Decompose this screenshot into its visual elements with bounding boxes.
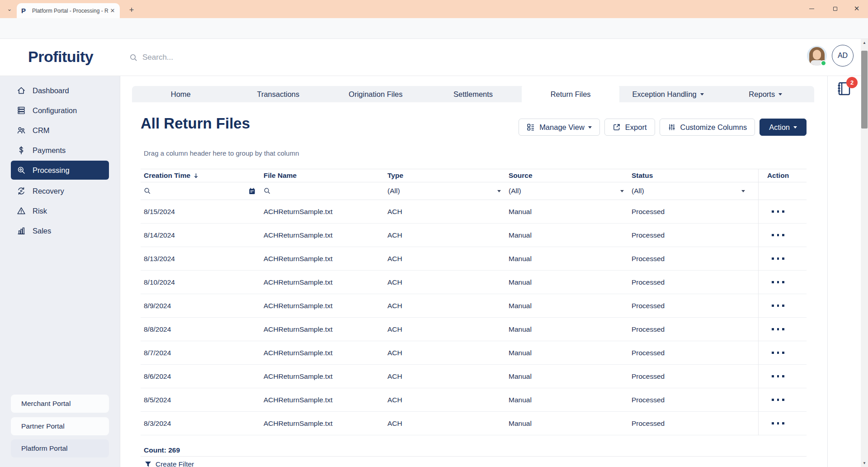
sidebar-item-crm[interactable]: CRM (0, 120, 120, 140)
column-header-file-name[interactable]: File Name (260, 172, 384, 180)
table-row[interactable]: 8/8/2024 ACHReturnSample.txt ACH Manual … (141, 318, 807, 341)
tab-search-chevron-icon[interactable]: ⌄ (4, 4, 15, 15)
filter-value: (All) (632, 187, 644, 195)
tab-label: Transactions (257, 90, 299, 99)
account-initials-badge[interactable]: AD (832, 45, 854, 67)
row-actions-more-button[interactable] (769, 419, 787, 427)
sidebar-item-dashboard[interactable]: Dashboard (0, 81, 120, 100)
table-row[interactable]: 8/10/2024 ACHReturnSample.txt ACH Manual… (141, 271, 807, 294)
row-actions-more-button[interactable] (769, 372, 787, 380)
row-actions-more-button[interactable] (769, 349, 787, 357)
tab-transactions[interactable]: Transactions (230, 86, 327, 102)
portal-label: Platform Portal (21, 444, 68, 453)
cell-status: Processed (628, 302, 750, 310)
link-label: Create Filter (156, 460, 194, 467)
home-icon (17, 86, 26, 95)
tab-home[interactable]: Home (132, 86, 230, 102)
sidebar-item-sales[interactable]: Sales (0, 221, 120, 241)
page-scrollbar[interactable]: ▲ ▼ (861, 39, 868, 467)
scroll-down-arrow[interactable]: ▼ (861, 459, 868, 467)
action-button[interactable]: Action (760, 119, 807, 136)
merchant-portal-button[interactable]: Merchant Portal (11, 395, 109, 413)
create-filter-link[interactable]: Create Filter (145, 460, 194, 467)
creation-time-filter[interactable] (141, 182, 260, 200)
browser-tab[interactable]: P Platform Portal - Processing - R ✕ (17, 3, 120, 18)
column-label: Type (387, 172, 403, 180)
row-actions-more-button[interactable] (769, 396, 787, 404)
tab-settlements[interactable]: Settlements (425, 86, 522, 102)
table-row[interactable]: 8/3/2024 ACHReturnSample.txt ACH Manual … (141, 412, 807, 435)
column-label: Action (767, 172, 789, 180)
column-header-type[interactable]: Type (384, 172, 505, 180)
sidebar-label: Payments (33, 146, 66, 155)
window-minimize-button[interactable] (801, 0, 822, 17)
table-row[interactable]: 8/13/2024 ACHReturnSample.txt ACH Manual… (141, 247, 807, 271)
app-header: Profituity Search... AD (0, 39, 861, 76)
table-row[interactable]: 8/5/2024 ACHReturnSample.txt ACH Manual … (141, 388, 807, 412)
cell-status: Processed (628, 278, 750, 286)
tab-close-icon[interactable]: ✕ (109, 7, 116, 14)
partner-portal-button[interactable]: Partner Portal (11, 417, 109, 435)
table-row[interactable]: 8/7/2024 ACHReturnSample.txt ACH Manual … (141, 341, 807, 365)
row-actions-more-button[interactable] (769, 231, 787, 239)
filter-value: (All) (509, 187, 521, 195)
recovery-icon (17, 186, 26, 195)
column-header-creation-time[interactable]: Creation Time (141, 172, 260, 180)
customize-columns-button[interactable]: Customize Columns (660, 119, 755, 136)
profituity-logo[interactable]: Profituity (28, 48, 93, 66)
tab-return-files[interactable]: Return Files (522, 84, 619, 104)
funnel-icon (145, 461, 151, 467)
cell-status: Processed (628, 325, 750, 334)
cell-creation-time: 8/15/2024 (141, 208, 260, 216)
sidebar-item-payments[interactable]: Payments (0, 140, 120, 160)
row-actions-more-button[interactable] (769, 302, 787, 310)
window-maximize-button[interactable] (825, 0, 845, 17)
tab-origination-files[interactable]: Origination Files (327, 86, 425, 102)
status-filter-dropdown[interactable]: (All) (628, 182, 750, 200)
sidebar-label: CRM (33, 126, 50, 135)
column-label: Source (509, 172, 533, 180)
column-header-status[interactable]: Status (628, 172, 750, 180)
cell-source: Manual (505, 231, 628, 239)
portal-label: Merchant Portal (21, 400, 71, 408)
table-row[interactable]: 8/6/2024 ACHReturnSample.txt ACH Manual … (141, 365, 807, 388)
type-filter-dropdown[interactable]: (All) (384, 182, 505, 200)
tab-label: Home (171, 90, 191, 99)
tab-exception-handling[interactable]: Exception Handling (619, 86, 717, 102)
scroll-up-arrow[interactable]: ▲ (861, 39, 868, 47)
cell-file-name: ACHReturnSample.txt (260, 208, 384, 216)
portal-label: Partner Portal (21, 422, 65, 430)
avatar-face (813, 50, 821, 60)
table-row[interactable]: 8/15/2024 ACHReturnSample.txt ACH Manual… (141, 200, 807, 224)
group-by-drag-hint[interactable]: Drag a column header here to group by th… (144, 149, 299, 157)
source-filter-dropdown[interactable]: (All) (505, 182, 628, 200)
export-button[interactable]: Export (604, 119, 655, 136)
search-icon (264, 187, 271, 195)
cell-type: ACH (384, 349, 505, 357)
window-close-button[interactable]: ✕ (846, 0, 867, 17)
cell-source: Manual (505, 419, 628, 428)
cell-type: ACH (384, 372, 505, 381)
manage-view-button[interactable]: Manage View (519, 119, 600, 136)
sidebar-item-configuration[interactable]: Configuration (0, 100, 120, 120)
table-row[interactable]: 8/9/2024 ACHReturnSample.txt ACH Manual … (141, 294, 807, 318)
file-name-filter[interactable] (260, 182, 384, 200)
row-actions-more-button[interactable] (769, 278, 787, 286)
column-header-source[interactable]: Source (505, 172, 628, 180)
platform-portal-button[interactable]: Platform Portal (11, 439, 109, 457)
sidebar-item-recovery[interactable]: Recovery (0, 181, 120, 201)
scrollbar-thumb[interactable] (861, 51, 868, 129)
tab-reports[interactable]: Reports (717, 86, 814, 102)
restore-icon (833, 7, 837, 11)
new-tab-button[interactable]: + (126, 5, 137, 16)
cell-file-name: ACHReturnSample.txt (260, 419, 384, 428)
cell-source: Manual (505, 396, 628, 404)
sidebar-item-processing[interactable]: Processing (11, 161, 109, 180)
table-row[interactable]: 8/14/2024 ACHReturnSample.txt ACH Manual… (141, 224, 807, 247)
global-search-input[interactable]: Search... (129, 50, 310, 65)
sidebar-item-risk[interactable]: Risk (0, 201, 120, 221)
calendar-icon[interactable] (248, 187, 256, 195)
row-actions-more-button[interactable] (769, 255, 787, 262)
row-actions-more-button[interactable] (769, 325, 787, 333)
row-actions-more-button[interactable] (769, 208, 787, 215)
